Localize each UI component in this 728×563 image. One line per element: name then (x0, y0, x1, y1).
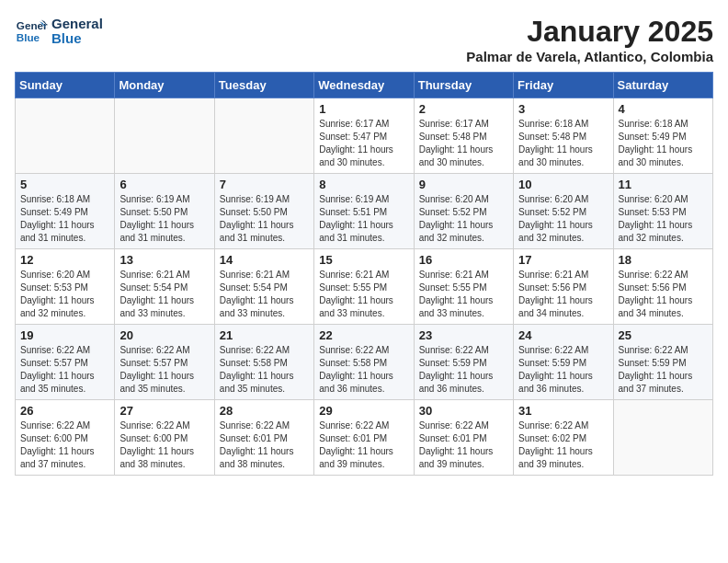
header-day-monday: Monday (115, 73, 214, 98)
day-info: Sunrise: 6:18 AM Sunset: 5:48 PM Dayligh… (518, 118, 608, 169)
day-cell: 11Sunrise: 6:20 AM Sunset: 5:53 PM Dayli… (613, 174, 712, 249)
day-info: Sunrise: 6:22 AM Sunset: 6:01 PM Dayligh… (419, 419, 508, 471)
day-number: 15 (319, 253, 408, 267)
day-number: 25 (619, 328, 708, 342)
day-number: 22 (319, 328, 408, 342)
day-cell: 22Sunrise: 6:22 AM Sunset: 5:58 PM Dayli… (314, 325, 414, 400)
day-number: 6 (119, 178, 209, 191)
day-number: 4 (619, 102, 708, 116)
calendar-body: 1Sunrise: 6:17 AM Sunset: 5:47 PM Daylig… (16, 98, 713, 476)
day-cell (16, 98, 115, 174)
day-number: 20 (119, 328, 209, 342)
day-cell (214, 98, 313, 174)
day-cell: 2Sunrise: 6:17 AM Sunset: 5:48 PM Daylig… (414, 98, 513, 174)
day-info: Sunrise: 6:20 AM Sunset: 5:52 PM Dayligh… (518, 193, 608, 245)
day-number: 28 (220, 404, 309, 418)
day-cell: 21Sunrise: 6:22 AM Sunset: 5:58 PM Dayli… (214, 325, 313, 400)
day-cell: 27Sunrise: 6:22 AM Sunset: 6:00 PM Dayli… (115, 400, 214, 476)
day-info: Sunrise: 6:19 AM Sunset: 5:51 PM Dayligh… (319, 193, 408, 245)
day-cell: 3Sunrise: 6:18 AM Sunset: 5:48 PM Daylig… (514, 98, 613, 174)
day-info: Sunrise: 6:22 AM Sunset: 5:59 PM Dayligh… (518, 344, 608, 396)
day-cell: 20Sunrise: 6:22 AM Sunset: 5:57 PM Dayli… (115, 325, 214, 400)
logo-icon: General Blue (15, 15, 48, 48)
day-info: Sunrise: 6:19 AM Sunset: 5:50 PM Dayligh… (119, 193, 209, 245)
day-cell: 14Sunrise: 6:21 AM Sunset: 5:54 PM Dayli… (214, 249, 313, 325)
day-cell: 16Sunrise: 6:21 AM Sunset: 5:55 PM Dayli… (414, 249, 513, 325)
day-number: 10 (518, 178, 608, 191)
day-number: 16 (419, 253, 508, 267)
day-info: Sunrise: 6:18 AM Sunset: 5:49 PM Dayligh… (619, 118, 708, 169)
header-day-thursday: Thursday (414, 73, 513, 98)
day-info: Sunrise: 6:22 AM Sunset: 5:59 PM Dayligh… (419, 344, 508, 396)
day-number: 14 (220, 253, 309, 267)
day-cell (613, 400, 712, 476)
day-cell: 9Sunrise: 6:20 AM Sunset: 5:52 PM Daylig… (414, 174, 513, 249)
day-info: Sunrise: 6:22 AM Sunset: 6:00 PM Dayligh… (20, 419, 109, 471)
day-cell: 7Sunrise: 6:19 AM Sunset: 5:50 PM Daylig… (214, 174, 313, 249)
day-number: 30 (419, 404, 508, 418)
week-row-4: 19Sunrise: 6:22 AM Sunset: 5:57 PM Dayli… (16, 325, 713, 400)
week-row-5: 26Sunrise: 6:22 AM Sunset: 6:00 PM Dayli… (16, 400, 713, 476)
day-info: Sunrise: 6:22 AM Sunset: 6:00 PM Dayligh… (119, 419, 209, 471)
day-number: 3 (518, 102, 608, 116)
header-day-friday: Friday (514, 73, 613, 98)
day-info: Sunrise: 6:22 AM Sunset: 5:57 PM Dayligh… (20, 344, 109, 396)
day-info: Sunrise: 6:22 AM Sunset: 6:01 PM Dayligh… (319, 419, 408, 471)
day-info: Sunrise: 6:17 AM Sunset: 5:47 PM Dayligh… (319, 118, 408, 169)
header-day-tuesday: Tuesday (214, 73, 313, 98)
day-number: 8 (319, 178, 408, 191)
week-row-2: 5Sunrise: 6:18 AM Sunset: 5:49 PM Daylig… (16, 174, 713, 249)
day-cell: 26Sunrise: 6:22 AM Sunset: 6:00 PM Dayli… (16, 400, 115, 476)
header-row: SundayMondayTuesdayWednesdayThursdayFrid… (16, 73, 713, 98)
day-info: Sunrise: 6:21 AM Sunset: 5:55 PM Dayligh… (419, 269, 508, 320)
subtitle: Palmar de Varela, Atlantico, Colombia (466, 49, 713, 64)
day-number: 23 (419, 328, 508, 342)
day-info: Sunrise: 6:21 AM Sunset: 5:54 PM Dayligh… (220, 269, 309, 320)
day-cell: 30Sunrise: 6:22 AM Sunset: 6:01 PM Dayli… (414, 400, 513, 476)
day-info: Sunrise: 6:20 AM Sunset: 5:53 PM Dayligh… (619, 193, 708, 245)
day-info: Sunrise: 6:22 AM Sunset: 5:59 PM Dayligh… (619, 344, 708, 396)
day-cell: 24Sunrise: 6:22 AM Sunset: 5:59 PM Dayli… (514, 325, 613, 400)
day-info: Sunrise: 6:22 AM Sunset: 6:02 PM Dayligh… (518, 419, 608, 471)
header-day-sunday: Sunday (16, 73, 115, 98)
day-number: 24 (518, 328, 608, 342)
day-info: Sunrise: 6:20 AM Sunset: 5:52 PM Dayligh… (419, 193, 508, 245)
day-number: 29 (319, 404, 408, 418)
day-info: Sunrise: 6:22 AM Sunset: 5:57 PM Dayligh… (119, 344, 209, 396)
day-number: 21 (220, 328, 309, 342)
main-title: January 2025 (466, 15, 713, 49)
logo: General Blue General Blue (15, 15, 103, 48)
day-cell: 29Sunrise: 6:22 AM Sunset: 6:01 PM Dayli… (314, 400, 414, 476)
day-info: Sunrise: 6:21 AM Sunset: 5:56 PM Dayligh… (518, 269, 608, 320)
day-cell: 8Sunrise: 6:19 AM Sunset: 5:51 PM Daylig… (314, 174, 414, 249)
day-number: 17 (518, 253, 608, 267)
svg-text:Blue: Blue (17, 31, 40, 43)
day-info: Sunrise: 6:17 AM Sunset: 5:48 PM Dayligh… (419, 118, 508, 169)
day-cell: 28Sunrise: 6:22 AM Sunset: 6:01 PM Dayli… (214, 400, 313, 476)
day-number: 26 (20, 404, 109, 418)
day-number: 5 (20, 178, 109, 191)
page-header: General Blue General Blue January 2025 P… (15, 15, 713, 64)
day-info: Sunrise: 6:18 AM Sunset: 5:49 PM Dayligh… (20, 193, 109, 245)
calendar-header: SundayMondayTuesdayWednesdayThursdayFrid… (16, 73, 713, 98)
day-cell (115, 98, 214, 174)
day-cell: 19Sunrise: 6:22 AM Sunset: 5:57 PM Dayli… (16, 325, 115, 400)
day-info: Sunrise: 6:22 AM Sunset: 6:01 PM Dayligh… (220, 419, 309, 471)
header-day-saturday: Saturday (613, 73, 712, 98)
day-cell: 10Sunrise: 6:20 AM Sunset: 5:52 PM Dayli… (514, 174, 613, 249)
day-cell: 25Sunrise: 6:22 AM Sunset: 5:59 PM Dayli… (613, 325, 712, 400)
day-cell: 31Sunrise: 6:22 AM Sunset: 6:02 PM Dayli… (514, 400, 613, 476)
day-number: 27 (119, 404, 209, 418)
day-info: Sunrise: 6:22 AM Sunset: 5:56 PM Dayligh… (619, 269, 708, 320)
day-cell: 18Sunrise: 6:22 AM Sunset: 5:56 PM Dayli… (613, 249, 712, 325)
day-number: 7 (220, 178, 309, 191)
day-number: 12 (20, 253, 109, 267)
day-info: Sunrise: 6:22 AM Sunset: 5:58 PM Dayligh… (220, 344, 309, 396)
day-cell: 13Sunrise: 6:21 AM Sunset: 5:54 PM Dayli… (115, 249, 214, 325)
title-block: January 2025 Palmar de Varela, Atlantico… (466, 15, 713, 64)
day-cell: 6Sunrise: 6:19 AM Sunset: 5:50 PM Daylig… (115, 174, 214, 249)
calendar-table: SundayMondayTuesdayWednesdayThursdayFrid… (15, 72, 713, 476)
day-info: Sunrise: 6:22 AM Sunset: 5:58 PM Dayligh… (319, 344, 408, 396)
day-cell: 1Sunrise: 6:17 AM Sunset: 5:47 PM Daylig… (314, 98, 414, 174)
day-cell: 4Sunrise: 6:18 AM Sunset: 5:49 PM Daylig… (613, 98, 712, 174)
